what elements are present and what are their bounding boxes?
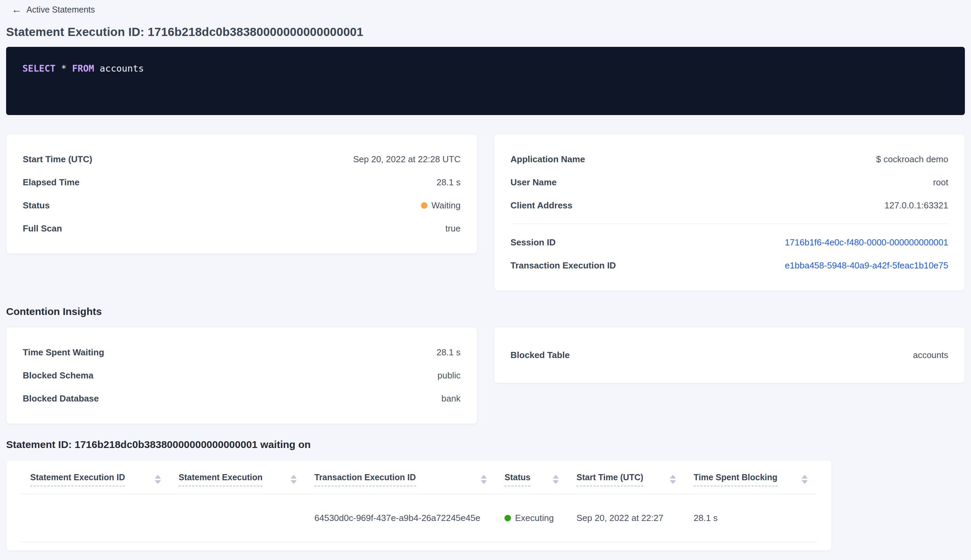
executing-status-dot-icon [504,515,511,521]
waiting-table-card: Statement Execution ID Statement Executi… [6,460,832,551]
contention-right-card: Blocked Table accounts [494,327,965,383]
sort-icon [802,475,808,484]
blocked-schema-label: Blocked Schema [23,370,93,381]
sort-icon [553,475,559,484]
session-card: Application Name $ cockroach demo User N… [494,134,965,291]
contention-left-card: Time Spent Waiting 28.1 s Blocked Schema… [6,327,477,424]
client-address-value: 127.0.0.1:63321 [884,200,948,211]
cell-status: Executing [496,494,568,542]
overview-card: Start Time (UTC) Sep 20, 2022 at 22:28 U… [6,134,477,254]
start-time-value: Sep 20, 2022 at 22:28 UTC [353,154,461,165]
contention-cards-row: Time Spent Waiting 28.1 s Blocked Schema… [6,327,965,424]
user-name-label: User Name [511,177,557,188]
sort-icon [670,475,676,484]
column-header-statement-execution-id[interactable]: Statement Execution ID [22,460,170,494]
sort-icon [290,475,297,484]
session-id-label: Session ID [511,237,556,248]
start-time-column-label: Start Time (UTC) [577,472,643,487]
waiting-table-row: 64530d0c-969f-437e-a9b4-26a72245e45e Exe… [22,494,816,542]
row-application-name: Application Name $ cockroach demo [511,148,949,171]
blocked-table-value: accounts [913,350,948,360]
blocked-schema-value: public [438,370,461,381]
column-header-start-time[interactable]: Start Time (UTC) [568,460,685,494]
cell-status-text: Executing [515,513,554,523]
row-full-scan: Full Scan true [23,217,461,240]
session-id-link[interactable]: 1716b1f6-4e0c-f480-0000-000000000001 [785,237,948,248]
statement-execution-column-label: Statement Execution [179,472,262,487]
row-session-id: Session ID 1716b1f6-4e0c-f480-0000-00000… [511,231,949,254]
full-scan-value: true [445,223,461,234]
status-value-text: Waiting [432,200,461,211]
sql-star: * [56,63,72,73]
waiting-table: Statement Execution ID Statement Executi… [22,460,816,542]
summary-cards-row: Start Time (UTC) Sep 20, 2022 at 22:28 U… [6,134,965,291]
back-link-label: Active Statements [27,5,95,15]
waiting-table-header-row: Statement Execution ID Statement Executi… [22,460,816,494]
status-value: Waiting [421,200,461,211]
sql-statement-box: SELECT * FROM accounts [6,47,965,115]
row-transaction-execution-id: Transaction Execution ID e1bba458-5948-4… [511,254,949,277]
row-blocked-table: Blocked Table accounts [511,343,949,367]
column-header-status[interactable]: Status [496,460,568,494]
elapsed-time-value: 28.1 s [437,177,461,188]
client-address-label: Client Address [511,200,573,211]
blocked-database-value: bank [441,393,460,404]
sql-table-name: accounts [94,63,143,73]
back-link[interactable]: ← Active Statements [6,3,965,16]
column-header-statement-execution[interactable]: Statement Execution [170,460,305,494]
contention-insights-heading: Contention Insights [6,306,965,317]
back-arrow-icon: ← [12,4,22,15]
elapsed-time-label: Elapsed Time [23,177,80,188]
page-title: Statement Execution ID: 1716b218dc0b3838… [6,25,965,39]
cell-time-spent-blocking: 28.1 s [685,494,816,542]
cell-statement-execution [170,494,305,542]
column-header-transaction-execution-id[interactable]: Transaction Execution ID [305,460,496,494]
cell-statement-execution-id [22,494,170,542]
time-spent-waiting-label: Time Spent Waiting [23,347,104,358]
time-spent-blocking-column-label: Time Spent Blocking [694,472,777,487]
application-name-label: Application Name [511,154,585,165]
row-time-spent-waiting: Time Spent Waiting 28.1 s [23,341,461,364]
row-status: Status Waiting [23,194,461,217]
sql-statement: SELECT * FROM accounts [22,62,949,74]
sort-icon [155,475,161,484]
full-scan-label: Full Scan [23,223,62,234]
cell-start-time: Sep 20, 2022 at 22:27 [568,494,685,542]
sql-keyword-select: SELECT [22,63,56,73]
time-spent-waiting-value: 28.1 s [437,347,461,358]
application-name-value: $ cockroach demo [876,154,948,165]
sort-icon [481,475,487,484]
statement-execution-detail-page: ← Active Statements Statement Execution … [0,0,971,551]
row-blocked-database: Blocked Database bank [23,387,461,410]
waiting-on-heading: Statement ID: 1716b218dc0b38380000000000… [6,439,965,450]
row-user-name: User Name root [511,171,949,194]
row-blocked-schema: Blocked Schema public [23,364,461,387]
sql-keyword-from: FROM [72,63,94,73]
cell-transaction-execution-id: 64530d0c-969f-437e-a9b4-26a72245e45e [305,494,496,542]
blocked-database-label: Blocked Database [23,393,99,404]
row-start-time: Start Time (UTC) Sep 20, 2022 at 22:28 U… [23,148,461,171]
status-column-label: Status [504,472,530,487]
status-label: Status [23,200,50,211]
row-elapsed-time: Elapsed Time 28.1 s [23,171,461,194]
statement-execution-id-column-label: Statement Execution ID [30,472,125,487]
start-time-label: Start Time (UTC) [23,154,92,165]
user-name-value: root [933,177,948,188]
column-header-time-spent-blocking[interactable]: Time Spent Blocking [685,460,816,494]
blocked-table-label: Blocked Table [511,350,570,360]
transaction-execution-id-label: Transaction Execution ID [511,260,616,271]
transaction-execution-id-column-label: Transaction Execution ID [314,472,416,487]
transaction-execution-id-link[interactable]: e1bba458-5948-40a9-a42f-5feac1b10e75 [785,260,948,271]
row-client-address: Client Address 127.0.0.1:63321 [511,194,949,217]
waiting-status-dot-icon [421,202,427,209]
